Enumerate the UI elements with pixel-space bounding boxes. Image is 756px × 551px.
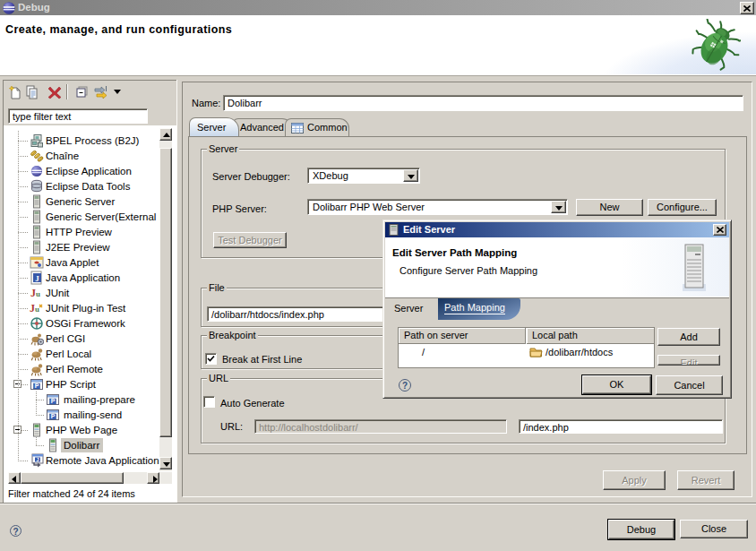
- svg-text:J: J: [36, 457, 39, 462]
- svg-text:J: J: [35, 274, 39, 283]
- svg-text:u: u: [35, 305, 39, 314]
- svg-text:P: P: [51, 398, 56, 404]
- svg-text:u: u: [36, 289, 40, 298]
- svg-text:P: P: [35, 383, 39, 389]
- svg-text:P: P: [51, 413, 56, 419]
